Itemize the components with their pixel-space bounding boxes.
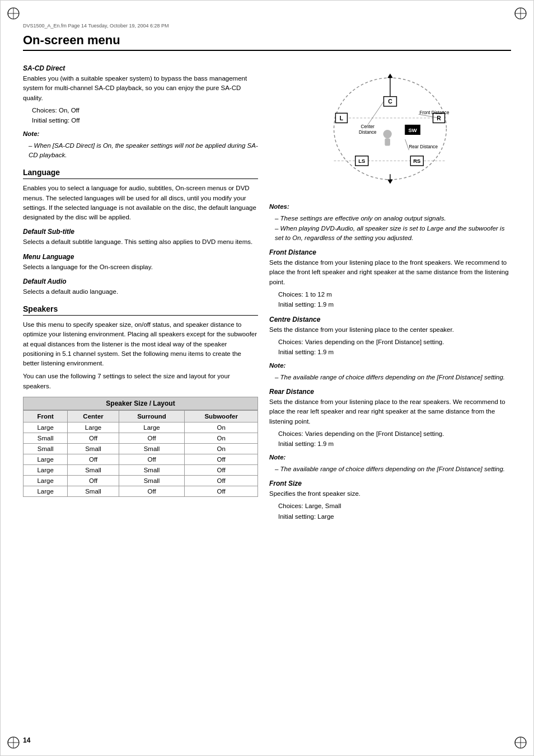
col-subwoofer: Subwoofer (185, 410, 258, 422)
default-subtitle-body: Selects a default subtitle language. Thi… (23, 237, 258, 247)
col-surround: Surround (119, 410, 185, 422)
rear-distance-heading: Rear Distance (269, 388, 511, 396)
table-row: LargeSmallSmallOff (24, 464, 258, 475)
col-center: Center (68, 410, 119, 422)
diagram-notes-label: Notes: (269, 202, 511, 212)
front-distance-choices: Choices: 1 to 12 m Initial setting: 1.9 … (278, 289, 511, 310)
col-front: Front (24, 410, 68, 422)
centre-distance-note-label: Note: (269, 361, 511, 370)
svg-text:Rear Distance: Rear Distance (409, 144, 438, 149)
svg-text:Front Distance: Front Distance (420, 110, 449, 115)
rear-distance-note-label: Note: (269, 453, 511, 462)
front-size-heading: Front Size (269, 480, 511, 487)
sa-cd-direct-heading: SA-CD Direct (23, 64, 258, 72)
svg-text:SW: SW (408, 127, 416, 133)
right-column: C L R SW LS RS (269, 59, 511, 522)
main-content: SA-CD Direct Enables you (with a suitabl… (23, 59, 511, 522)
centre-distance-note-text: The available range of choice differs de… (275, 373, 511, 382)
sa-cd-note-text: When [SA-CD Direct] is On, the speaker s… (29, 141, 258, 161)
sa-cd-direct-body: Enables you (with a suitable speaker sys… (23, 74, 258, 103)
svg-marker-30 (387, 180, 393, 184)
svg-text:R: R (437, 115, 441, 121)
table-header-row: Front Center Surround Subwoofer (24, 410, 258, 422)
rear-distance-body: Sets the distance from your listening pl… (269, 397, 511, 426)
default-audio-heading: Default Audio (23, 278, 258, 285)
default-subtitle-heading: Default Sub-title (23, 228, 258, 236)
table-row: SmallSmallSmallOn (24, 443, 258, 454)
svg-text:C: C (388, 98, 392, 105)
corner-mark-br (512, 734, 529, 751)
sa-cd-direct-choices: Choices: On, Off Initial setting: Off (32, 105, 258, 126)
svg-text:Distance: Distance (359, 130, 377, 135)
table-row: LargeLargeLargeOn (24, 422, 258, 433)
left-column: SA-CD Direct Enables you (with a suitabl… (23, 59, 258, 522)
svg-text:RS: RS (413, 158, 420, 164)
centre-distance-body: Sets the distance from your listening pl… (269, 325, 511, 335)
corner-mark-bl (5, 734, 22, 751)
front-size-body: Specifies the front speaker size. (269, 489, 511, 499)
menu-language-heading: Menu Language (23, 253, 258, 261)
svg-marker-16 (387, 73, 393, 78)
rear-distance-note-text: The available range of choice differs de… (275, 464, 511, 474)
speaker-table: Speaker Size / Layout Front Center Surro… (23, 397, 258, 497)
diagram-svg: C L R SW LS RS (323, 67, 457, 190)
corner-mark-tl (5, 5, 22, 22)
speakers-heading: Speakers (23, 304, 258, 316)
language-body: Enables you to select a language for aud… (23, 184, 258, 222)
diagram-note-1: These settings are effective only on ana… (275, 214, 511, 223)
speakers-body2: You can use the following 7 settings to … (23, 372, 258, 391)
table-row: LargeSmallOffOff (24, 486, 258, 496)
table-row: LargeOffOffOff (24, 454, 258, 464)
svg-rect-32 (385, 138, 390, 145)
diagram-note-2: When playing DVD-Audio, all speaker size… (275, 224, 511, 243)
svg-point-31 (383, 130, 392, 138)
sa-cd-note-label: Note: (23, 129, 258, 139)
file-header: DVS1500_A_En.fm Page 14 Tuesday, October… (23, 23, 511, 29)
speaker-table-caption: Speaker Size / Layout (23, 397, 258, 410)
page: DVS1500_A_En.fm Page 14 Tuesday, October… (0, 0, 534, 756)
page-title: On-screen menu (23, 33, 511, 51)
svg-text:LS: LS (358, 158, 365, 164)
front-distance-heading: Front Distance (269, 248, 511, 256)
front-distance-body: Sets the distance from your listening pl… (269, 258, 511, 287)
svg-line-39 (405, 139, 409, 150)
page-number: 14 (23, 736, 30, 744)
speaker-table-body: LargeLargeLargeOnSmallOffOffOnSmallSmall… (24, 422, 258, 496)
svg-line-37 (368, 101, 384, 125)
centre-distance-heading: Centre Distance (269, 316, 511, 323)
speakers-body: Use this menu to specify speaker size, o… (23, 320, 258, 368)
language-heading: Language (23, 168, 258, 179)
table-row: LargeOffSmallOff (24, 475, 258, 486)
menu-language-body: Selects a language for the On-screen dis… (23, 262, 258, 272)
svg-text:L: L (340, 115, 344, 121)
rear-distance-choices: Choices: Varies depending on the [Front … (278, 429, 511, 449)
default-audio-body: Selects a default audio language. (23, 287, 258, 297)
table-row: SmallOffOffOn (24, 433, 258, 443)
centre-distance-choices: Choices: Varies depending on the [Front … (278, 337, 511, 358)
speaker-diagram: C L R SW LS RS (269, 64, 511, 193)
corner-mark-tr (512, 5, 529, 22)
front-size-choices: Choices: Large, Small Initial setting: L… (278, 501, 511, 522)
